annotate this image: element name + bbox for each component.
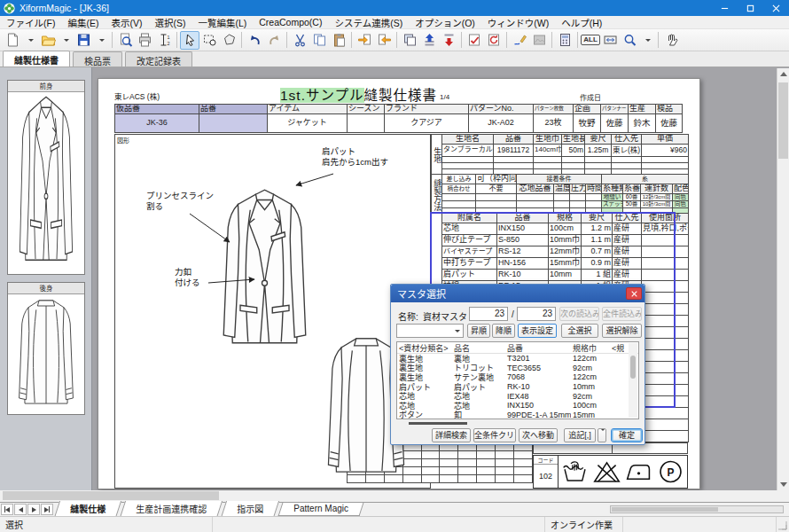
- fabric-table[interactable]: 生地 生地名品番 生地巾生地長 要尺仕入先 単価 タンブラーカルゼ 198111…: [431, 134, 689, 176]
- marquee-select-button[interactable]: [199, 31, 219, 50]
- total-count-field[interactable]: 23: [517, 307, 556, 321]
- calculator-button[interactable]: [555, 31, 574, 50]
- thumbnail-back-label: 後身: [8, 283, 84, 294]
- vertical-scrollbar[interactable]: [777, 68, 789, 490]
- tab-strip-scrollbar[interactable]: [610, 505, 784, 513]
- zoom-all-button[interactable]: ALL: [581, 31, 600, 50]
- close-button[interactable]: [763, 0, 789, 16]
- info-value-row: JK-36 ジャケット クアジア JK-A02 23枚 牧野 佐藤 鈴木 佐藤: [115, 114, 683, 133]
- sort-desc-button[interactable]: 降順: [492, 324, 515, 338]
- move-up-button[interactable]: [419, 31, 439, 50]
- clear-conditions-button[interactable]: 全条件クリア: [473, 428, 516, 442]
- prev-sheet-button[interactable]: [14, 504, 27, 515]
- list-scroll-thumb[interactable]: [630, 356, 636, 379]
- open-folder-button[interactable]: [38, 31, 58, 50]
- next-sheet-button[interactable]: [27, 504, 40, 515]
- new-document-dropdown[interactable]: [22, 31, 38, 50]
- redo-button[interactable]: [264, 31, 284, 50]
- menu-options[interactable]: オプション(O): [409, 16, 481, 29]
- no-bleach-icon: [592, 459, 621, 484]
- sort-asc-button[interactable]: 昇順: [467, 324, 490, 338]
- cut-icon: [293, 33, 308, 47]
- display-settings-button[interactable]: 表示設定: [518, 324, 557, 338]
- care-code: コード 102: [534, 456, 559, 488]
- export-page-button[interactable]: [374, 31, 394, 50]
- menu-select[interactable]: 選択(S): [148, 16, 191, 29]
- zoom-dropdown[interactable]: [639, 31, 655, 50]
- menu-list-edit[interactable]: 一覧編集(L): [191, 16, 253, 29]
- pan-hand-button[interactable]: [661, 31, 681, 50]
- vertical-scroll-thumb[interactable]: [778, 82, 788, 159]
- last-sheet-button[interactable]: [41, 504, 53, 515]
- edit-sync-button[interactable]: [484, 31, 504, 50]
- menu-view[interactable]: 表示(V): [105, 16, 148, 29]
- list-horizontal-scrollbar[interactable]: [396, 420, 639, 426]
- thumbnail-back[interactable]: 後身: [7, 282, 85, 415]
- detail-search-button[interactable]: 詳細検索: [432, 428, 471, 442]
- menu-edit[interactable]: 編集(E): [61, 16, 105, 29]
- menu-system-link[interactable]: システム連携(S): [328, 16, 409, 29]
- minimize-button[interactable]: [712, 0, 738, 16]
- tab-revision-record[interactable]: 改定記録表: [125, 51, 192, 66]
- print-preview-button[interactable]: [115, 31, 135, 50]
- new-document-button[interactable]: [3, 31, 22, 50]
- maximize-button[interactable]: [738, 0, 763, 16]
- tab-inspection[interactable]: 検品票: [73, 51, 122, 66]
- print-icon: [137, 33, 152, 47]
- cut-button[interactable]: [290, 31, 309, 50]
- dialog-close-button[interactable]: [626, 287, 642, 300]
- move-down-button[interactable]: [439, 31, 458, 50]
- menu-file[interactable]: ファイル(F): [0, 16, 61, 29]
- deselect-button[interactable]: 選択解除: [602, 324, 642, 338]
- append-dropdown[interactable]: [598, 428, 606, 442]
- resize-grip-icon[interactable]: [777, 520, 787, 530]
- copy-button[interactable]: [309, 31, 329, 50]
- undo-button[interactable]: [245, 31, 264, 50]
- save-button[interactable]: [74, 31, 93, 50]
- undo-icon: [247, 33, 262, 47]
- tab-strip-scroll-thumb[interactable]: [612, 507, 718, 512]
- sewing-thread-row: ステッチ 50番 10針/3cm間 同色: [432, 201, 689, 208]
- sewing-table[interactable]: 縫製方法 差し込み 可（枠内同一方向） 接着条件 糸 柄合わせ 不要 芯地品番 …: [431, 174, 689, 215]
- info-table[interactable]: 仮品番 品番 アイテム シーズン ブランド パターンNo. パターン枚数 企画 …: [114, 104, 683, 133]
- master-select-dialog[interactable]: マスタ選択 名称: 資材マスタ 23 / 23 次の読込み 全件読込み 昇順 降…: [390, 284, 645, 445]
- thumbnail-front[interactable]: 前身: [7, 80, 85, 275]
- sheet-tab-pattern-magic[interactable]: Pattern Magic: [278, 503, 364, 516]
- image-button[interactable]: [529, 31, 549, 50]
- menu-window[interactable]: ウィンドウ(W): [481, 16, 555, 29]
- tab-sewing-spec[interactable]: 縫製仕様書: [3, 51, 70, 66]
- menu-creacompo[interactable]: CreaCompo(C): [253, 17, 328, 27]
- list-item[interactable]: ボタン釦99PDE-1-A 15mm15mm: [397, 411, 638, 420]
- load-all-button[interactable]: 全件読込み: [602, 307, 642, 321]
- edit-check-icon: [467, 33, 482, 47]
- list-horizontal-thumb[interactable]: [409, 422, 467, 425]
- horizontal-scroll-thumb[interactable]: [3, 491, 219, 500]
- open-folder-dropdown[interactable]: [58, 31, 74, 50]
- edit-check-button[interactable]: [465, 31, 484, 50]
- select-all-button[interactable]: 全選択: [561, 324, 598, 338]
- dialog-title-bar[interactable]: マスタ選択: [391, 285, 644, 302]
- import-page-button[interactable]: [355, 31, 374, 50]
- master-list[interactable]: <資材分類名>品名 品番規格巾 <規 裏生地裏地T3201122cm 裏生地トリ…: [396, 341, 639, 419]
- sort-key-combobox[interactable]: [396, 324, 464, 338]
- svg-text:P: P: [668, 466, 675, 479]
- select-cursor-button[interactable]: [180, 31, 199, 50]
- signature-button[interactable]: [510, 31, 529, 50]
- move-next-button[interactable]: 次へ移動: [519, 428, 558, 442]
- print-button[interactable]: [135, 31, 154, 50]
- append-button[interactable]: 追記[,]: [564, 428, 596, 442]
- layers-button[interactable]: [400, 31, 419, 50]
- load-next-button[interactable]: 次の読込み: [559, 307, 599, 321]
- first-sheet-button[interactable]: [1, 504, 13, 515]
- fit-width-button[interactable]: [600, 31, 620, 50]
- save-dropdown[interactable]: [93, 31, 109, 50]
- paste-button[interactable]: [329, 31, 348, 50]
- list-scrollbar[interactable]: [629, 343, 637, 418]
- measure-button[interactable]: 12: [154, 31, 174, 50]
- confirm-button[interactable]: 確定: [611, 428, 643, 442]
- menu-help[interactable]: ヘルプ(H): [555, 16, 608, 29]
- polygon-select-button[interactable]: [219, 31, 238, 50]
- pan-hand-icon: [664, 33, 679, 47]
- loaded-count-field[interactable]: 23: [469, 307, 508, 321]
- zoom-button[interactable]: [620, 31, 639, 50]
